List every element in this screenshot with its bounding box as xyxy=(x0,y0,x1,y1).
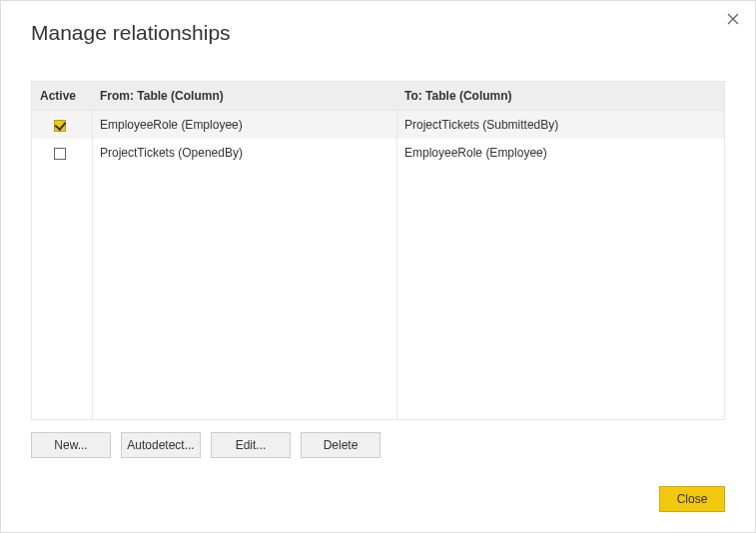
table-row[interactable]: ProjectTickets (OpenedBy)EmployeeRole (E… xyxy=(32,139,724,167)
from-cell: ProjectTickets (OpenedBy) xyxy=(92,139,396,167)
footer-button-row: Close xyxy=(659,486,725,512)
column-header-from[interactable]: From: Table (Column) xyxy=(92,82,396,111)
column-header-active[interactable]: Active xyxy=(32,82,92,111)
relationships-table: Active From: Table (Column) To: Table (C… xyxy=(31,81,725,420)
delete-button[interactable]: Delete xyxy=(301,432,380,458)
action-button-row: New... Autodetect... Edit... Delete xyxy=(31,432,380,458)
new-button[interactable]: New... xyxy=(31,432,111,458)
close-icon[interactable] xyxy=(723,9,743,29)
autodetect-button[interactable]: Autodetect... xyxy=(121,432,201,458)
close-button[interactable]: Close xyxy=(659,486,725,512)
active-checkbox[interactable] xyxy=(54,120,66,132)
to-cell: ProjectTickets (SubmittedBy) xyxy=(396,111,724,140)
table-row[interactable]: EmployeeRole (Employee)ProjectTickets (S… xyxy=(32,111,724,140)
column-header-to[interactable]: To: Table (Column) xyxy=(396,82,724,111)
active-checkbox[interactable] xyxy=(54,148,66,160)
dialog-title: Manage relationships xyxy=(31,21,231,45)
edit-button[interactable]: Edit... xyxy=(211,432,291,458)
manage-relationships-dialog: Manage relationships Active From: Table … xyxy=(0,0,756,533)
from-cell: EmployeeRole (Employee) xyxy=(92,111,396,140)
to-cell: EmployeeRole (Employee) xyxy=(396,139,724,167)
